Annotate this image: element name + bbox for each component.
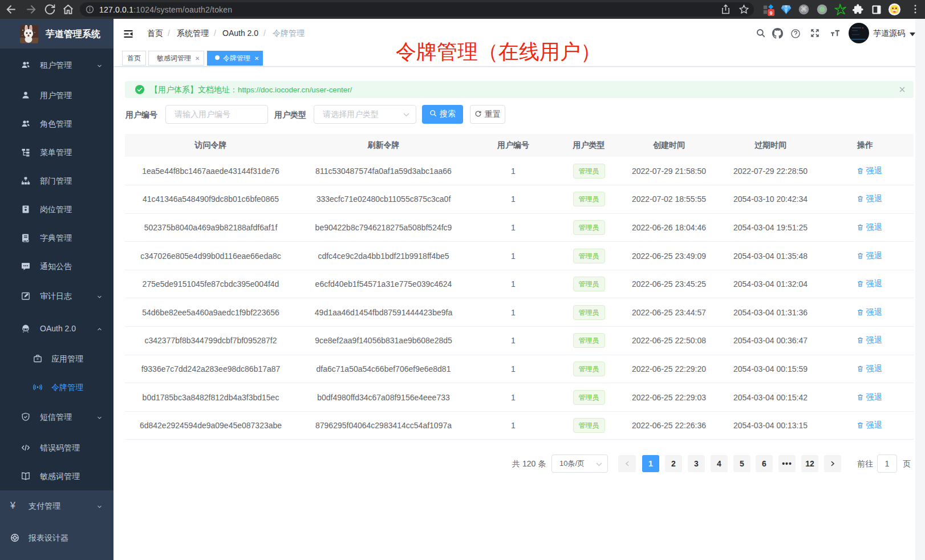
svg-text:⌘: ⌘ (801, 6, 807, 13)
svg-text:9: 9 (770, 10, 773, 16)
